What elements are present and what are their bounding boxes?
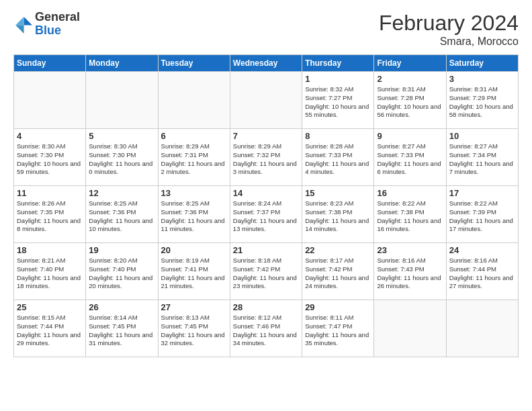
calendar-cell [86,72,158,129]
location: Smara, Morocco [379,36,519,48]
calendar-cell: 27Sunrise: 8:13 AM Sunset: 7:45 PM Dayli… [158,300,230,357]
col-header-tuesday: Tuesday [158,55,230,72]
day-number: 3 [449,74,515,84]
calendar-cell: 28Sunrise: 8:12 AM Sunset: 7:46 PM Dayli… [230,300,302,357]
calendar-cell: 18Sunrise: 8:21 AM Sunset: 7:40 PM Dayli… [14,243,86,300]
week-row-1: 1Sunrise: 8:32 AM Sunset: 7:27 PM Daylig… [14,72,519,129]
day-number: 28 [233,302,299,312]
calendar-cell: 5Sunrise: 8:30 AM Sunset: 7:30 PM Daylig… [86,129,158,186]
day-info: Sunrise: 8:21 AM Sunset: 7:40 PM Dayligh… [17,257,83,291]
calendar-cell: 29Sunrise: 8:11 AM Sunset: 7:47 PM Dayli… [302,300,374,357]
day-info: Sunrise: 8:13 AM Sunset: 7:45 PM Dayligh… [161,314,227,348]
calendar-cell: 6Sunrise: 8:29 AM Sunset: 7:31 PM Daylig… [158,129,230,186]
calendar-cell [158,72,230,129]
calendar-cell: 21Sunrise: 8:18 AM Sunset: 7:42 PM Dayli… [230,243,302,300]
day-info: Sunrise: 8:30 AM Sunset: 7:30 PM Dayligh… [89,142,154,177]
title-block: February 2024 Smara, Morocco [379,11,519,48]
col-header-wednesday: Wednesday [230,55,302,72]
calendar-cell: 16Sunrise: 8:22 AM Sunset: 7:38 PM Dayli… [374,186,446,243]
day-number: 17 [449,188,515,198]
day-number: 18 [17,245,83,255]
col-header-sunday: Sunday [14,55,86,72]
day-number: 11 [17,188,83,198]
day-number: 10 [449,131,515,141]
calendar-cell: 7Sunrise: 8:29 AM Sunset: 7:32 PM Daylig… [230,129,302,186]
svg-marker-0 [24,17,32,25]
day-info: Sunrise: 8:25 AM Sunset: 7:36 PM Dayligh… [89,199,154,234]
day-number: 21 [233,245,299,255]
week-row-5: 25Sunrise: 8:15 AM Sunset: 7:44 PM Dayli… [14,300,519,357]
calendar-cell: 4Sunrise: 8:30 AM Sunset: 7:30 PM Daylig… [14,129,86,186]
day-number: 16 [377,188,443,198]
logo-blue-text: Blue [35,24,61,37]
day-number: 26 [89,302,154,312]
day-info: Sunrise: 8:31 AM Sunset: 7:28 PM Dayligh… [377,85,443,120]
day-info: Sunrise: 8:23 AM Sunset: 7:38 PM Dayligh… [305,199,371,234]
day-info: Sunrise: 8:12 AM Sunset: 7:46 PM Dayligh… [233,314,299,348]
svg-marker-2 [15,25,24,33]
day-info: Sunrise: 8:28 AM Sunset: 7:33 PM Dayligh… [305,142,371,177]
week-row-2: 4Sunrise: 8:30 AM Sunset: 7:30 PM Daylig… [14,129,519,186]
day-info: Sunrise: 8:30 AM Sunset: 7:30 PM Dayligh… [17,142,83,177]
calendar-cell: 17Sunrise: 8:22 AM Sunset: 7:39 PM Dayli… [446,186,518,243]
calendar-cell [14,72,86,129]
day-number: 8 [305,131,371,141]
col-header-friday: Friday [374,55,446,72]
week-row-4: 18Sunrise: 8:21 AM Sunset: 7:40 PM Dayli… [14,243,519,300]
calendar-cell: 12Sunrise: 8:25 AM Sunset: 7:36 PM Dayli… [86,186,158,243]
calendar-cell: 14Sunrise: 8:24 AM Sunset: 7:37 PM Dayli… [230,186,302,243]
month-title: February 2024 [379,11,519,36]
day-info: Sunrise: 8:22 AM Sunset: 7:38 PM Dayligh… [377,199,443,234]
svg-marker-1 [15,17,24,25]
day-number: 2 [377,74,443,84]
day-number: 1 [305,74,371,84]
calendar-cell: 8Sunrise: 8:28 AM Sunset: 7:33 PM Daylig… [302,129,374,186]
week-row-3: 11Sunrise: 8:26 AM Sunset: 7:35 PM Dayli… [14,186,519,243]
calendar-cell [374,300,446,357]
day-info: Sunrise: 8:24 AM Sunset: 7:37 PM Dayligh… [233,199,299,234]
day-number: 13 [161,188,227,198]
day-number: 29 [305,302,371,312]
day-info: Sunrise: 8:17 AM Sunset: 7:42 PM Dayligh… [305,257,371,291]
day-info: Sunrise: 8:25 AM Sunset: 7:36 PM Dayligh… [161,199,227,234]
day-info: Sunrise: 8:16 AM Sunset: 7:43 PM Dayligh… [377,257,443,291]
day-number: 12 [89,188,154,198]
day-number: 22 [305,245,371,255]
col-header-thursday: Thursday [302,55,374,72]
day-number: 9 [377,131,443,141]
day-number: 27 [161,302,227,312]
day-info: Sunrise: 8:27 AM Sunset: 7:33 PM Dayligh… [377,142,443,177]
calendar-cell: 2Sunrise: 8:31 AM Sunset: 7:28 PM Daylig… [374,72,446,129]
day-info: Sunrise: 8:19 AM Sunset: 7:41 PM Dayligh… [161,257,227,291]
col-header-monday: Monday [86,55,158,72]
calendar-cell: 13Sunrise: 8:25 AM Sunset: 7:36 PM Dayli… [158,186,230,243]
calendar-cell: 15Sunrise: 8:23 AM Sunset: 7:38 PM Dayli… [302,186,374,243]
day-number: 6 [161,131,227,141]
day-info: Sunrise: 8:31 AM Sunset: 7:29 PM Dayligh… [449,85,515,120]
day-number: 4 [17,131,83,141]
calendar: SundayMondayTuesdayWednesdayThursdayFrid… [13,54,519,357]
day-number: 7 [233,131,299,141]
day-info: Sunrise: 8:29 AM Sunset: 7:31 PM Dayligh… [161,142,227,177]
calendar-cell: 11Sunrise: 8:26 AM Sunset: 7:35 PM Dayli… [14,186,86,243]
calendar-cell: 3Sunrise: 8:31 AM Sunset: 7:29 PM Daylig… [446,72,518,129]
calendar-cell: 23Sunrise: 8:16 AM Sunset: 7:43 PM Dayli… [374,243,446,300]
day-info: Sunrise: 8:20 AM Sunset: 7:40 PM Dayligh… [89,257,154,291]
day-info: Sunrise: 8:11 AM Sunset: 7:47 PM Dayligh… [305,314,371,348]
calendar-cell: 24Sunrise: 8:16 AM Sunset: 7:44 PM Dayli… [446,243,518,300]
day-info: Sunrise: 8:22 AM Sunset: 7:39 PM Dayligh… [449,199,515,234]
day-number: 23 [377,245,443,255]
calendar-cell [230,72,302,129]
col-header-saturday: Saturday [446,55,518,72]
calendar-cell [446,300,518,357]
day-info: Sunrise: 8:26 AM Sunset: 7:35 PM Dayligh… [17,199,83,234]
logo: General Blue [13,11,80,38]
day-number: 15 [305,188,371,198]
calendar-cell: 9Sunrise: 8:27 AM Sunset: 7:33 PM Daylig… [374,129,446,186]
header: General Blue February 2024 Smara, Morocc… [13,11,519,48]
day-number: 5 [89,131,154,141]
day-info: Sunrise: 8:27 AM Sunset: 7:34 PM Dayligh… [449,142,515,177]
calendar-cell: 26Sunrise: 8:14 AM Sunset: 7:45 PM Dayli… [86,300,158,357]
day-info: Sunrise: 8:16 AM Sunset: 7:44 PM Dayligh… [449,257,515,291]
day-number: 14 [233,188,299,198]
